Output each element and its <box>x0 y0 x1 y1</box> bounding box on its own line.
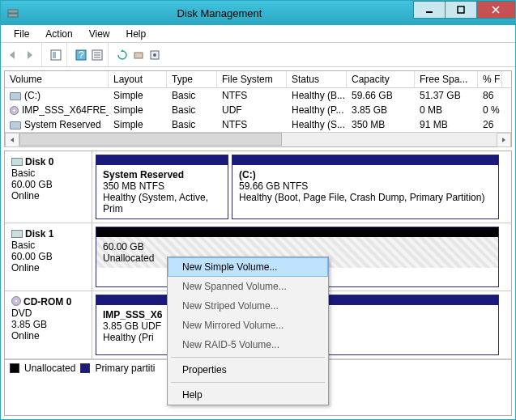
cd-icon <box>11 296 21 306</box>
partition-color-bar <box>96 155 228 165</box>
partition-size: 60.00 GB <box>103 241 492 252</box>
partition[interactable]: System Reserved350 MB NTFSHealthy (Syste… <box>96 155 228 219</box>
scroll-left-button[interactable] <box>5 133 19 147</box>
menu-item[interactable]: New Simple Volume... <box>168 257 328 277</box>
legend-swatch-unallocated <box>10 363 19 373</box>
legend-swatch-primary <box>80 363 90 373</box>
disk-state: Online <box>11 330 85 342</box>
disk-partitions: System Reserved350 MB NTFSHealthy (Syste… <box>92 151 511 223</box>
volume-capacity: 3.85 GB <box>347 103 415 117</box>
menu-item: New Mirrored Volume... <box>168 316 328 335</box>
svg-rect-14 <box>134 53 143 58</box>
volume-fs: NTFS <box>217 88 287 103</box>
disk-info[interactable]: CD-ROM 0DVD3.85 GBOnline <box>5 291 92 358</box>
volume-fs: UDF <box>217 103 287 117</box>
volume-row[interactable]: System ReservedSimpleBasicNTFSHealthy (S… <box>5 117 511 132</box>
menu-item: New Spanned Volume... <box>168 277 328 296</box>
menu-item[interactable]: Help <box>168 385 328 405</box>
volume-capacity: 350 MB <box>347 117 415 132</box>
volume-pct: 86 <box>478 88 502 103</box>
back-icon[interactable] <box>7 48 22 62</box>
volume-free: 0 MB <box>415 103 478 117</box>
disk-name: Disk 0 <box>25 156 53 168</box>
volume-list-scrollbar[interactable] <box>5 132 511 146</box>
refresh-icon[interactable] <box>115 48 130 62</box>
legend-label-primary: Primary partiti <box>95 363 155 374</box>
svg-rect-3 <box>458 6 464 13</box>
close-button[interactable] <box>476 1 515 19</box>
titlebar[interactable]: Disk Management <box>1 1 515 25</box>
rescan-icon[interactable] <box>131 48 146 62</box>
svg-rect-7 <box>53 52 56 58</box>
scroll-track[interactable] <box>19 133 497 147</box>
volume-status: Healthy (P... <box>287 103 347 117</box>
volume-type: Basic <box>167 88 217 103</box>
menu-view[interactable]: View <box>81 27 118 41</box>
menu-help[interactable]: Help <box>118 27 155 41</box>
col-type[interactable]: Type <box>167 71 217 87</box>
disk-name: Disk 1 <box>25 228 53 240</box>
col-free[interactable]: Free Spa... <box>415 71 478 87</box>
properties-icon[interactable] <box>147 48 162 62</box>
disk-type: DVD <box>11 308 85 319</box>
menu-item: New Striped Volume... <box>168 296 328 316</box>
partition-body: (C:)59.66 GB NTFSHealthy (Boot, Page Fil… <box>232 165 498 207</box>
disk-info[interactable]: Disk 1Basic60.00 GBOnline <box>5 223 92 291</box>
menu-separator <box>171 357 325 358</box>
col-filesystem[interactable]: File System <box>217 71 287 87</box>
volume-list: Volume Layout Type File System Status Ca… <box>4 70 512 147</box>
volume-pct: 26 <box>478 117 502 132</box>
partition-size: 350 MB NTFS <box>103 180 221 192</box>
minimize-button[interactable] <box>413 1 446 19</box>
volume-free: 51.37 GB <box>415 88 478 103</box>
disk-type: Basic <box>11 240 85 251</box>
maximize-button[interactable] <box>445 1 477 19</box>
volume-free: 91 MB <box>415 117 478 132</box>
svg-rect-0 <box>8 10 18 13</box>
menubar: File Action View Help <box>1 25 515 43</box>
partition-color-bar <box>96 227 498 237</box>
menu-item[interactable]: Properties <box>168 360 328 380</box>
disk-row: Disk 0Basic60.00 GBOnlineSystem Reserved… <box>5 151 511 223</box>
volume-layout: Simple <box>109 103 167 117</box>
volume-capacity: 59.66 GB <box>347 88 415 103</box>
volume-name: IMP_SSS_X64FRE_E... <box>22 104 109 116</box>
scroll-thumb[interactable] <box>19 133 282 146</box>
disk-state: Online <box>11 190 85 202</box>
disk-state: Online <box>11 262 85 274</box>
legend-label-unallocated: Unallocated <box>24 363 75 374</box>
col-volume[interactable]: Volume <box>5 71 109 87</box>
volume-name: System Reserved <box>24 119 101 130</box>
volume-type: Basic <box>167 103 217 117</box>
svg-text:?: ? <box>79 49 84 61</box>
disk-type: Basic <box>11 168 85 179</box>
volume-row[interactable]: IMP_SSS_X64FRE_E...SimpleBasicUDFHealthy… <box>5 103 511 117</box>
context-menu[interactable]: New Simple Volume...New Spanned Volume..… <box>167 257 329 405</box>
partition[interactable]: (C:)59.66 GB NTFSHealthy (Boot, Page Fil… <box>232 155 499 219</box>
col-layout[interactable]: Layout <box>109 71 167 87</box>
disk-graphical-view: Disk 0Basic60.00 GBOnlineSystem Reserved… <box>4 151 512 416</box>
volume-layout: Simple <box>109 88 167 103</box>
col-capacity[interactable]: Capacity <box>347 71 415 87</box>
col-pct[interactable]: % F <box>478 71 502 87</box>
menu-file[interactable]: File <box>6 27 37 41</box>
settings-list-icon[interactable] <box>90 48 104 62</box>
disk-info[interactable]: Disk 0Basic60.00 GBOnline <box>5 151 92 223</box>
volume-row[interactable]: (C:)SimpleBasicNTFSHealthy (B...59.66 GB… <box>5 88 511 103</box>
disk-management-window: Disk Management File Action View Help ? <box>0 0 516 420</box>
disk-size: 60.00 GB <box>11 251 85 262</box>
show-hide-icon[interactable] <box>49 48 63 62</box>
scroll-right-button[interactable] <box>497 133 511 147</box>
drive-icon <box>11 158 23 166</box>
menu-action[interactable]: Action <box>37 27 80 41</box>
toolbar: ? <box>1 43 515 67</box>
svg-rect-1 <box>8 14 18 17</box>
volume-list-header[interactable]: Volume Layout Type File System Status Ca… <box>5 71 511 88</box>
menu-item: New RAID-5 Volume... <box>168 335 328 354</box>
forward-icon[interactable] <box>23 48 38 62</box>
help-icon[interactable]: ? <box>74 48 88 62</box>
col-status[interactable]: Status <box>287 71 347 87</box>
volume-type: Basic <box>167 117 217 132</box>
drive-icon <box>10 121 21 129</box>
volume-status: Healthy (B... <box>287 88 347 103</box>
